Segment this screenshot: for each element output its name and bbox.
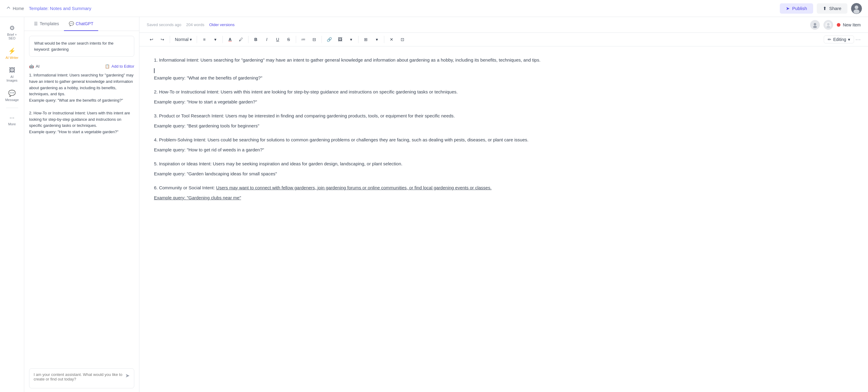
extra-button[interactable]: ⊡: [398, 35, 407, 44]
editing-mode-button[interactable]: ✏ Editing ▾: [824, 35, 854, 44]
brief-seo-icon: ⚙: [9, 24, 15, 32]
chat-input[interactable]: [34, 372, 123, 385]
templates-icon: ☰: [34, 21, 38, 26]
clear-format-button[interactable]: ✕: [387, 35, 396, 44]
align-dropdown-button[interactable]: ▾: [210, 35, 220, 44]
home-button[interactable]: Home: [6, 6, 24, 11]
ai-response-header: 🤖 AI 📋 Add to Editor: [24, 62, 139, 70]
sidebar-item-message-label: Message: [5, 98, 19, 102]
sidebar-item-brief-seo-label: Brief + SEO: [5, 33, 20, 40]
publish-button[interactable]: ➤ Publish: [780, 3, 813, 13]
content-item-6: 6. Community or Social Intent: Users may…: [154, 184, 854, 202]
ai-images-icon: 🖼: [9, 67, 15, 74]
sidebar-item-ai-images-label: AI Images: [5, 75, 20, 82]
sidebar-item-more-label: More: [8, 122, 16, 126]
image-dropdown-button[interactable]: ▾: [346, 35, 356, 44]
chatgpt-icon: 💬: [69, 21, 74, 26]
sidebar-item-ai-writer[interactable]: ⚡ AI Writer: [1, 45, 23, 62]
sidebar-item-ai-writer-label: AI Writer: [5, 56, 19, 59]
link-button[interactable]: 🔗: [324, 35, 334, 44]
editor-topbar: Saved seconds ago 204 words Older versio…: [140, 17, 868, 33]
toolbar-divider-5: [296, 36, 296, 43]
panel-tabs: ☰ Templates 💬 ChatGPT: [24, 17, 139, 31]
text-color-button[interactable]: A: [225, 35, 235, 44]
bullet-list-button[interactable]: ≔: [299, 35, 308, 44]
editor-meta: Saved seconds ago 204 words Older versio…: [147, 23, 235, 27]
more-icon: ···: [9, 114, 14, 121]
sidebar-item-ai-images[interactable]: 🖼 AI Images: [1, 64, 23, 85]
toolbar-divider-4: [248, 36, 249, 43]
toolbar-more-button[interactable]: ⋯: [855, 36, 861, 43]
template-label: Template: Notes and Summary: [29, 6, 91, 11]
align-button[interactable]: ≡: [199, 35, 209, 44]
editing-chevron-icon: ▾: [848, 37, 850, 42]
sidebar-item-brief-seo[interactable]: ⚙ Brief + SEO: [1, 22, 23, 43]
image-button[interactable]: 🖼: [335, 35, 345, 44]
toolbar-divider-6: [321, 36, 322, 43]
add-editor-icon: 📋: [105, 64, 110, 68]
new-item-button[interactable]: New Item: [837, 23, 861, 27]
underline-button[interactable]: U: [273, 35, 282, 44]
toolbar-divider-3: [222, 36, 223, 43]
publish-icon: ➤: [786, 6, 790, 11]
word-count: 204 words: [186, 23, 204, 27]
example-query-link: Example query: "Gardening clubs near me": [154, 194, 854, 202]
editor-avatar-1: [810, 20, 820, 30]
older-versions-link[interactable]: Older versions: [209, 23, 235, 27]
main-layout: ⚙ Brief + SEO ⚡ AI Writer 🖼 AI Images 💬 …: [0, 17, 868, 392]
italic-button[interactable]: I: [262, 35, 272, 44]
content-item-4: 4. Problem-Solving Intent: Users could b…: [154, 136, 854, 154]
chat-input-area[interactable]: ➤: [29, 368, 134, 388]
query-bubble: What would be the user search intents fo…: [29, 36, 134, 57]
tab-templates[interactable]: ☰ Templates: [29, 17, 64, 31]
sidebar-item-more[interactable]: ··· More: [1, 112, 23, 128]
bold-button[interactable]: B: [251, 35, 261, 44]
editor-topbar-right: New Item: [810, 20, 861, 30]
strikethrough-button[interactable]: S: [284, 35, 293, 44]
top-nav: Home Template: Notes and Summary ➤ Publi…: [0, 0, 868, 17]
panel: ☰ Templates 💬 ChatGPT What would be the …: [24, 17, 140, 392]
share-icon: ⬆: [823, 6, 827, 11]
tab-chatgpt[interactable]: 💬 ChatGPT: [64, 17, 98, 31]
nav-right: ➤ Publish ⬆ Share: [780, 3, 862, 14]
send-icon: ➤: [125, 372, 130, 379]
svg-point-4: [827, 23, 830, 26]
table-dropdown-button[interactable]: ▾: [372, 35, 381, 44]
share-button[interactable]: ⬆ Share: [817, 3, 847, 13]
add-to-editor-button[interactable]: 📋 Add to Editor: [105, 64, 134, 68]
numbered-list-button[interactable]: ⊟: [309, 35, 319, 44]
content-item-2: 2. How-To or Instructional Intent: Users…: [154, 88, 854, 106]
editor-area: Saved seconds ago 204 words Older versio…: [140, 17, 868, 392]
text-cursor: [154, 68, 155, 73]
svg-point-1: [814, 23, 816, 26]
style-dropdown[interactable]: Normal ▾: [173, 36, 194, 43]
home-label: Home: [13, 6, 24, 11]
ai-writer-icon: ⚡: [8, 47, 16, 55]
sidebar-item-message[interactable]: 💬 Message: [1, 87, 23, 104]
toolbar-divider-1: [170, 36, 170, 43]
content-item-1: 1. Informational Intent: Users searching…: [154, 56, 854, 82]
toolbar-divider-7: [358, 36, 359, 43]
saved-status: Saved seconds ago: [147, 23, 181, 27]
editor-content[interactable]: 1. Informational Intent: Users searching…: [140, 47, 868, 392]
pencil-icon: ✏: [828, 37, 831, 42]
new-item-dot: [837, 23, 840, 27]
ai-label: 🤖 AI: [29, 64, 39, 68]
panel-collapse-button[interactable]: ‹: [139, 199, 140, 210]
left-sidebar: ⚙ Brief + SEO ⚡ AI Writer 🖼 AI Images 💬 …: [0, 17, 24, 392]
community-link[interactable]: Users may want to connect with fellow ga…: [216, 185, 492, 190]
editor-toolbar: ↩ ↪ Normal ▾ ≡ ▾ A 🖊 B I U S ≔ ⊟ 🔗 🖼 ▾: [140, 33, 868, 47]
avatar[interactable]: [851, 3, 862, 14]
redo-button[interactable]: ↪: [158, 35, 167, 44]
sidebar-divider: [6, 108, 18, 108]
nav-left: Home Template: Notes and Summary: [6, 6, 91, 11]
ai-robot-icon: 🤖: [29, 64, 34, 68]
send-button[interactable]: ➤: [125, 372, 130, 379]
content-item-3: 3. Product or Tool Research Intent: User…: [154, 112, 854, 130]
toolbar-divider-2: [197, 36, 197, 43]
highlight-button[interactable]: 🖊: [236, 35, 246, 44]
table-button[interactable]: ⊞: [361, 35, 371, 44]
editor-avatar-2: [824, 20, 833, 30]
undo-button[interactable]: ↩: [147, 35, 156, 44]
style-dropdown-chevron: ▾: [190, 37, 192, 42]
